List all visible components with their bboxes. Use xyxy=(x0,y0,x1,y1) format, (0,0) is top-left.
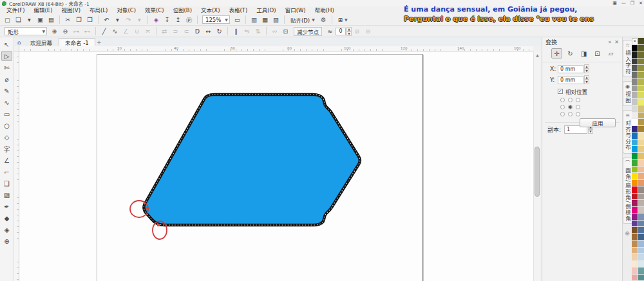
anchor-radio[interactable] xyxy=(560,112,565,116)
connector-tool[interactable]: ⌐ xyxy=(1,167,12,177)
color-swatch[interactable] xyxy=(632,51,638,58)
rotate-transform-icon[interactable]: ↻ xyxy=(565,48,576,59)
color-swatch[interactable] xyxy=(638,207,644,213)
interactive-fill-tool[interactable]: ◆ xyxy=(1,213,12,223)
highlighted-node[interactable] xyxy=(157,224,160,226)
position-transform-icon[interactable]: ✛ xyxy=(551,48,562,59)
print-icon[interactable]: ▤ xyxy=(46,15,56,24)
blue-polygon-shape[interactable] xyxy=(144,95,359,225)
reflect-horizontal-icon[interactable]: ⇋ xyxy=(242,26,252,36)
color-swatch[interactable] xyxy=(638,234,644,240)
polygon-tool[interactable]: ◇ xyxy=(1,132,12,142)
color-eyedropper-tool[interactable]: ✒ xyxy=(1,201,12,212)
show-rulers-icon[interactable]: ▥ xyxy=(249,15,259,24)
menu-item[interactable]: 文件(F) xyxy=(2,6,30,14)
restore-button[interactable]: ❐ xyxy=(630,0,634,6)
color-swatch[interactable] xyxy=(638,248,644,254)
anchor-radio[interactable] xyxy=(560,98,565,102)
home-icon[interactable]: ⌂ xyxy=(14,38,24,46)
color-swatch[interactable] xyxy=(632,234,638,240)
color-swatch[interactable] xyxy=(632,180,638,186)
tab-welcome-screen[interactable]: 欢迎屏幕 xyxy=(24,38,59,46)
color-swatch[interactable] xyxy=(632,186,638,193)
color-swatch[interactable] xyxy=(632,99,638,105)
color-swatch[interactable] xyxy=(632,78,638,85)
separator[interactable] xyxy=(95,27,96,35)
smooth-node-icon[interactable]: ∪ xyxy=(132,26,142,36)
horizontal-ruler[interactable]: 20406080100120140160 xyxy=(19,46,533,51)
color-swatch[interactable] xyxy=(638,92,644,98)
new-document-icon[interactable]: ▢ xyxy=(3,15,12,24)
undo-icon[interactable]: ↶ xyxy=(102,15,111,24)
menu-item[interactable]: 位图(B) xyxy=(169,6,196,14)
delete-node-icon[interactable]: ⊖ xyxy=(61,26,70,36)
open-icon[interactable]: ❏ xyxy=(14,15,23,24)
color-swatch[interactable] xyxy=(638,153,644,159)
separator[interactable] xyxy=(245,15,246,24)
undo-dropdown-icon[interactable]: ▾ xyxy=(113,15,122,24)
menu-item[interactable]: 布局(L) xyxy=(85,6,112,14)
show-grid-icon[interactable]: ▦ xyxy=(260,15,270,24)
color-swatch[interactable] xyxy=(632,200,638,206)
break-curve-icon[interactable]: ⊷ xyxy=(82,26,92,36)
separator[interactable] xyxy=(197,15,198,24)
add-node-icon[interactable]: ⊕ xyxy=(50,26,59,36)
color-swatch[interactable] xyxy=(632,267,638,274)
separator[interactable] xyxy=(266,27,267,35)
transparency-tool[interactable]: ▨ xyxy=(1,190,12,200)
color-swatch[interactable] xyxy=(632,213,638,220)
smooth-selection-icon[interactable]: ⊘ xyxy=(352,26,362,36)
separator[interactable] xyxy=(98,15,99,24)
color-swatch[interactable] xyxy=(638,221,644,227)
color-swatch[interactable] xyxy=(638,119,644,125)
menu-item[interactable]: 编辑(E) xyxy=(30,6,57,14)
size-transform-icon[interactable]: ⊡ xyxy=(592,48,603,59)
color-swatch[interactable] xyxy=(638,167,644,173)
color-swatch[interactable] xyxy=(638,105,644,112)
color-swatch[interactable] xyxy=(632,72,638,78)
menu-item[interactable]: 工具(O) xyxy=(252,6,280,14)
open-dropdown-icon[interactable]: ▾ xyxy=(24,15,34,24)
separator[interactable] xyxy=(147,15,148,24)
pick-tool[interactable]: ↖ xyxy=(1,39,12,50)
color-swatch[interactable] xyxy=(638,126,644,132)
shape-tool[interactable]: ▷ xyxy=(1,51,12,61)
menu-item[interactable]: 视图(V) xyxy=(57,6,85,14)
color-swatch[interactable] xyxy=(638,261,644,267)
curve-smoothness-stepper[interactable]: ▲▼ xyxy=(346,27,352,36)
color-swatch[interactable] xyxy=(638,86,644,92)
color-swatch[interactable] xyxy=(632,86,638,92)
color-swatch[interactable] xyxy=(638,213,644,220)
account-button[interactable]: ▣ xyxy=(612,0,617,6)
box-selection-icon[interactable]: ⊜ xyxy=(363,26,373,36)
anchor-radio[interactable] xyxy=(568,112,573,116)
color-swatch[interactable] xyxy=(638,146,644,152)
color-swatch[interactable] xyxy=(638,51,644,58)
search-content-icon[interactable]: ◈ xyxy=(151,15,161,24)
skew-transform-icon[interactable]: ▱ xyxy=(605,48,616,59)
curve-smoothness-input[interactable] xyxy=(336,28,346,35)
color-swatch[interactable] xyxy=(638,78,644,85)
text-tool[interactable]: 字 xyxy=(1,143,12,154)
anchor-radio[interactable] xyxy=(568,98,573,102)
anchor-radio[interactable] xyxy=(576,112,580,116)
close-curve-icon[interactable]: D xyxy=(193,26,202,36)
color-swatch[interactable] xyxy=(632,153,638,159)
new-tab-button[interactable]: + xyxy=(95,39,103,46)
color-swatch[interactable] xyxy=(638,65,644,71)
color-swatch[interactable] xyxy=(638,113,644,119)
reflect-vertical-icon[interactable]: ⇅ xyxy=(253,26,263,36)
dimension-tool[interactable]: ∠ xyxy=(1,155,12,165)
vertical-ruler[interactable] xyxy=(14,51,19,281)
cusp-node-icon[interactable]: ∠ xyxy=(121,26,131,36)
cut-icon[interactable]: ✂ xyxy=(63,15,73,24)
color-swatch[interactable] xyxy=(638,140,644,146)
smart-fill-tool[interactable]: ◈ xyxy=(1,224,12,235)
color-swatch[interactable] xyxy=(638,267,644,274)
color-swatch[interactable] xyxy=(638,59,644,65)
color-swatch[interactable] xyxy=(632,254,638,260)
color-swatch[interactable] xyxy=(638,240,644,247)
color-swatch[interactable] xyxy=(632,65,638,71)
color-swatch[interactable] xyxy=(638,159,644,166)
color-swatch[interactable] xyxy=(632,38,638,44)
